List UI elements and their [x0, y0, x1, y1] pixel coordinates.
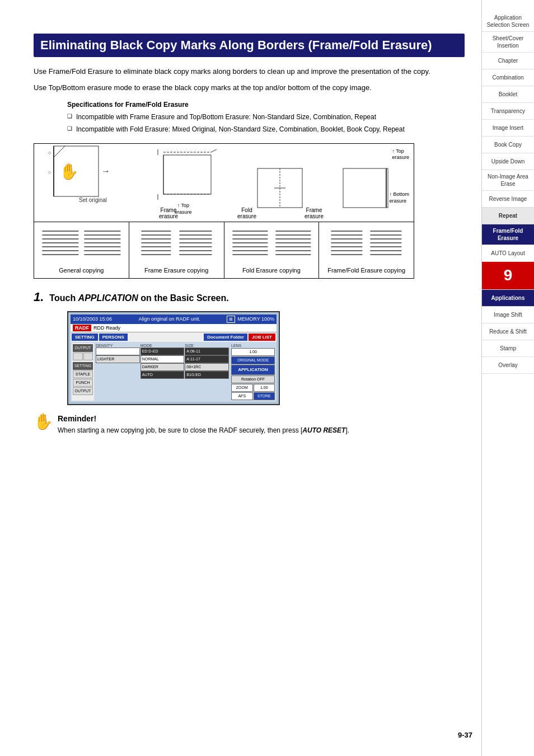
copy-results-row: General copying — [34, 222, 414, 278]
reminder-text: When starting a new copying job, be sure… — [58, 425, 349, 435]
svg-text:✋: ✋ — [59, 162, 79, 181]
frame-erasure-top-svg — [147, 147, 219, 203]
sidebar-item-sheet-cover[interactable]: Sheet/Cover Insertion — [482, 32, 534, 53]
output-btn[interactable]: OUTPUT — [73, 387, 93, 395]
mode-field-1[interactable]: ED:D-ED — [140, 348, 185, 355]
svg-rect-9 — [163, 149, 211, 155]
svg-text:→: → — [101, 166, 110, 176]
svg-line-15 — [211, 149, 217, 152]
spec-item-2: Incompatible with Fold Erasure: Mixed Or… — [67, 124, 465, 134]
sidebar: Application Selection Screen Sheet/Cover… — [481, 0, 534, 756]
fold-erasure-label: Folderasure — [237, 207, 256, 219]
lens-label: LENS — [231, 344, 275, 348]
frame-erasure-copying-label: Frame Erasure copying — [129, 266, 224, 274]
original-mode-btn[interactable]: ORIGINAL MODE — [231, 356, 275, 364]
svg-text:○: ○ — [48, 170, 51, 175]
rotation-off-btn[interactable]: Rotation OFF — [231, 375, 275, 383]
page-title: Eliminating Black Copy Marks Along Borde… — [34, 34, 465, 57]
sidebar-item-non-image-area[interactable]: Non-Image Area Erase — [482, 170, 534, 191]
frame-fold-erasure-copying-cell: Frame/Fold Erasure copying — [319, 222, 414, 278]
intro-text-2: Use Top/Bottom erasure mode to erase the… — [34, 82, 465, 94]
reminder-icon: ✋ — [34, 414, 53, 430]
sidebar-item-application-selection[interactable]: Application Selection Screen — [482, 11, 534, 32]
sidebar-section-label: Applications — [482, 290, 534, 307]
spec-item-1: Incompatible with Frame Erasure and Top/… — [67, 112, 465, 122]
screen-buttons-row: SETTING PERSONS Document Folder JOB LIST — [71, 332, 277, 342]
sidebar-item-frame-fold-erasure[interactable]: Frame/Fold Erasure — [482, 224, 534, 245]
job-list-btn[interactable]: JOB LIST — [249, 334, 275, 341]
size-label: SIZE — [185, 344, 229, 348]
specs-title: Specifications for Frame/Fold Erasure — [67, 101, 465, 109]
sidebar-item-book-copy[interactable]: Book Copy — [482, 137, 534, 153]
doc-folder-btn[interactable]: Document Folder — [204, 334, 247, 341]
svg-rect-21 — [343, 168, 388, 208]
specifications-section: Specifications for Frame/Fold Erasure In… — [67, 101, 465, 134]
sidebar-item-transparency[interactable]: Transparency — [482, 103, 534, 120]
sidebar-item-overlay[interactable]: Overlay — [482, 357, 534, 374]
frame-erasure-copying-cell: Frame Erasure copying — [129, 222, 224, 278]
frame-erasure-right-svg — [340, 160, 391, 216]
sidebar-item-booklet[interactable]: Booklet — [482, 86, 534, 103]
sidebar-item-image-shift[interactable]: Image Shift — [482, 307, 534, 323]
application-btn[interactable]: APPLICATION — [231, 365, 275, 375]
sidebar-item-repeat[interactable]: Repeat — [482, 208, 534, 224]
persons-btn[interactable]: PERSONS — [99, 334, 128, 341]
lens-value: 1.00 — [231, 348, 275, 356]
general-copying-cell: General copying — [34, 222, 129, 278]
store-btn[interactable]: STORE — [254, 392, 275, 400]
sidebar-item-auto-layout[interactable]: AUTO Layout — [482, 245, 534, 262]
size-field-1[interactable]: A:08-11 — [185, 348, 229, 355]
sidebar-item-reverse-image[interactable]: Reverse Image — [482, 191, 534, 208]
bottom-erasure-label: ↑ Bottomerasure — [389, 191, 409, 204]
setting-btn[interactable]: SETTING — [72, 334, 98, 341]
screen-memory: MEMORY 100% — [237, 316, 274, 322]
size-field-3[interactable]: 08×1RC — [185, 363, 229, 371]
lens-val-display: 1.00 — [254, 384, 275, 392]
sidebar-item-stamp[interactable]: Stamp — [482, 340, 534, 357]
page-number: 9-37 — [458, 731, 472, 739]
intro-text-1: Use Frame/Fold Erasure to eliminate blac… — [34, 66, 465, 78]
specs-list: Incompatible with Frame Erasure and Top/… — [67, 112, 465, 134]
radf-ready: RDD Ready — [93, 325, 120, 331]
afs-btn[interactable]: AFS — [231, 392, 253, 400]
screen-mockup: 10/10/2003 15:06 Align original on RADF … — [67, 311, 280, 405]
frame-erasure-label-1: Frameerasure — [159, 207, 178, 219]
fold-erasure-copying-label: Fold Erasure copying — [224, 266, 319, 274]
size-auto[interactable]: B1G:ED — [185, 371, 229, 379]
density-field[interactable] — [96, 348, 140, 355]
darker-field[interactable]: DARKER — [140, 363, 185, 371]
sidebar-item-chapter[interactable]: Chapter — [482, 53, 534, 69]
reminder-section: ✋ Reminder! When starting a new copying … — [34, 414, 465, 435]
frame-erasure-label-2: Frameerasure — [305, 207, 324, 219]
sidebar-item-upside-down[interactable]: Upside Down — [482, 153, 534, 170]
general-copying-label: General copying — [34, 266, 129, 274]
mode-label: MODE — [140, 344, 185, 348]
svg-text:Set original: Set original — [79, 197, 107, 203]
size-field-2[interactable]: A:11-17 — [185, 355, 229, 363]
frame-fold-erasure-copying-label: Frame/Fold Erasure copying — [319, 266, 414, 274]
sidebar-item-reduce-shift[interactable]: Reduce & Shift — [482, 323, 534, 340]
erasure-diagram: ✋ ○ ○ → Set original — [34, 143, 414, 279]
screen-status: Align original on RADF unit. — [138, 316, 200, 322]
sidebar-item-combination[interactable]: Combination — [482, 69, 534, 86]
svg-text:○: ○ — [48, 150, 51, 156]
screen-radf-bar: RADF RDD Ready — [71, 324, 277, 332]
reminder-title: Reminder! — [58, 414, 349, 423]
screen-time: 10/10/2003 15:06 — [73, 316, 112, 322]
punch-btn[interactable]: PUNCH — [73, 379, 93, 387]
fold-erasure-copying-cell: Fold Erasure copying — [224, 222, 320, 278]
zoom-field[interactable]: ZOOM — [231, 384, 253, 392]
sidebar-section-number: 9 — [482, 262, 534, 290]
output-section: OUTPUT — [73, 344, 93, 352]
reminder-content: Reminder! When starting a new copying jo… — [58, 414, 349, 435]
lighter-field[interactable]: LIGHTER — [96, 355, 140, 363]
top-erasure-right-label: ↑ Toperasure — [392, 148, 409, 161]
screen-top-bar: 10/10/2003 15:06 Align original on RADF … — [71, 314, 277, 324]
normal-field[interactable]: NORMAL — [140, 355, 185, 363]
sidebar-item-image-insert[interactable]: Image Insert — [482, 120, 534, 137]
staple-btn[interactable]: STAPLE — [73, 370, 93, 378]
step-1-text: Touch APPLICATION on the Basic Screen. — [49, 293, 228, 303]
screen-main-area: OUTPUT SETTING STAPLE PUNCH OUTPUT DENSI… — [71, 342, 277, 402]
mode-auto[interactable]: AUTO — [140, 371, 185, 379]
svg-rect-11 — [163, 155, 211, 194]
